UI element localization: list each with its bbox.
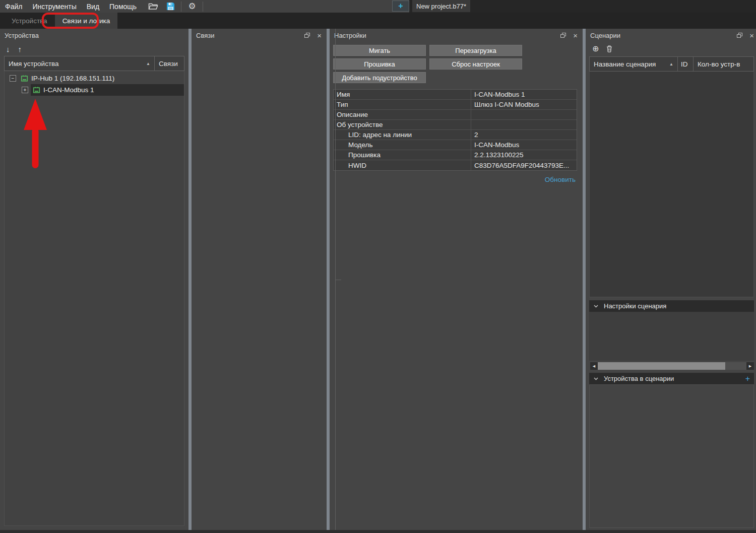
collapse-box-icon[interactable]: − (10, 75, 16, 82)
column-scenario-id-label: ID (681, 60, 688, 68)
scrollbar-track[interactable] (725, 362, 746, 370)
main-area: Устройства ↓ ↑ Имя устройства ▲ Связи − (0, 29, 756, 530)
column-device-count-label: Кол-во устр-в (698, 60, 740, 68)
mode-tab-strip: Устройства Связи и логика (0, 13, 756, 29)
undock-icon[interactable] (737, 33, 742, 38)
devices-panel-title: Устройства (0, 29, 188, 42)
column-scenario-id[interactable]: ID (678, 57, 694, 71)
property-value[interactable]: 2 (471, 130, 577, 140)
property-label: Описание (334, 110, 471, 119)
property-value[interactable] (471, 110, 577, 119)
tree-connector (335, 29, 336, 280)
settings-button[interactable]: ⚙ (184, 0, 200, 13)
links-panel-title: Связи × (192, 29, 327, 42)
links-panel-title-label: Связи (196, 32, 214, 39)
tab-links-logic[interactable]: Связи и логика (55, 13, 118, 29)
scenario-devices-section-label: Устройства в сценарии (604, 375, 674, 382)
menu-file[interactable]: Файл (0, 0, 27, 13)
blink-button[interactable]: Мигать (333, 45, 426, 56)
property-value (471, 120, 577, 129)
column-scenario-name[interactable]: Название сценария ▲ (590, 57, 678, 71)
plus-icon: + (398, 2, 403, 11)
column-links[interactable]: Связи (155, 56, 184, 71)
scrollbar-thumb[interactable] (598, 362, 725, 370)
property-row-model: Модель I-CAN-Modbus (334, 140, 577, 150)
document-tab[interactable]: New project.b77* (412, 0, 470, 12)
device-actions: Мигать Перезагрузка Прошивка Сброс настр… (333, 45, 577, 83)
move-up-button[interactable]: ↑ (18, 45, 22, 53)
move-down-button[interactable]: ↓ (6, 45, 10, 53)
reset-settings-button[interactable]: Сброс настроек (429, 58, 522, 70)
gear-icon: ⚙ (188, 2, 196, 11)
property-value[interactable]: I-CAN-Modbus 1 (471, 90, 577, 99)
column-links-label: Связи (159, 60, 178, 68)
delete-scenario-icon[interactable] (606, 45, 612, 52)
menu-help[interactable]: Помощь (104, 0, 142, 13)
settings-panel: Настройки × Мигать Перезагрузка Прошивка… (330, 29, 583, 530)
column-scenario-name-label: Название сценария (594, 60, 656, 68)
settings-panel-title: Настройки × (330, 29, 583, 42)
expand-box-icon[interactable]: + (22, 87, 28, 93)
scenario-devices-body (589, 384, 754, 528)
tab-devices-label: Устройства (12, 17, 47, 25)
add-device-to-scenario-icon[interactable]: + (745, 375, 750, 383)
menu-view[interactable]: Вид (82, 0, 104, 13)
undock-icon[interactable] (560, 33, 566, 38)
property-label: LID: адрес на линии (334, 130, 471, 140)
tree-row-ip-hub[interactable]: − IP-Hub 1 (192.168.151.111) (5, 73, 184, 84)
close-icon[interactable]: × (749, 32, 754, 39)
property-label: Имя (334, 90, 471, 99)
tab-devices[interactable]: Устройства (4, 13, 55, 29)
tree-row-label: I-CAN-Modbus 1 (43, 86, 94, 94)
toolbar-separator (181, 2, 181, 12)
tree-row-ican-modbus[interactable]: + I-CAN-Modbus 1 (5, 84, 184, 96)
undock-icon[interactable] (304, 33, 310, 38)
property-value[interactable]: C83D76A5DFA9F20443793E... (471, 160, 577, 170)
device-icon (33, 87, 40, 94)
selected-row-highlight[interactable]: I-CAN-Modbus 1 (31, 84, 184, 96)
tree-connector (335, 280, 341, 280)
property-value[interactable]: Шлюз I-CAN Modbus (471, 100, 577, 109)
property-row-name: Имя I-CAN-Modbus 1 (334, 90, 577, 100)
column-device-name[interactable]: Имя устройства ▲ (5, 56, 155, 71)
scroll-right-icon[interactable]: ▶ (746, 362, 754, 370)
column-device-name-label: Имя устройства (9, 60, 59, 68)
add-scenario-icon[interactable]: ⊕ (592, 45, 599, 53)
scenarios-panel-title-label: Сценарии (590, 32, 620, 39)
devices-table-header: Имя устройства ▲ Связи (4, 56, 184, 71)
new-tab-button[interactable]: + (392, 1, 409, 12)
links-panel-body (192, 42, 327, 530)
scroll-left-icon[interactable]: ◀ (590, 362, 598, 370)
sort-ascending-icon: ▲ (669, 62, 673, 66)
add-subdevice-button[interactable]: Добавить подустройство (333, 72, 426, 83)
close-icon[interactable]: × (317, 32, 322, 39)
settings-content: Мигать Перезагрузка Прошивка Сброс настр… (330, 42, 583, 183)
devices-panel-title-label: Устройства (5, 32, 39, 39)
save-project-button[interactable] (163, 0, 178, 13)
open-project-button[interactable] (146, 0, 161, 13)
scenario-devices-section-header[interactable]: Устройства в сценарии + (589, 373, 754, 384)
chevron-down-icon (594, 305, 598, 308)
column-device-count[interactable]: Кол-во устр-в (694, 57, 753, 71)
devices-panel: Устройства ↓ ↑ Имя устройства ▲ Связи − (0, 29, 188, 530)
properties-table: Имя I-CAN-Modbus 1 Тип Шлюз I-CAN Modbus… (333, 89, 577, 171)
refresh-link[interactable]: Обновить (333, 176, 577, 183)
property-value[interactable]: I-CAN-Modbus (471, 140, 577, 150)
property-row-hwid: HWID C83D76A5DFA9F20443793E... (334, 160, 577, 170)
close-icon[interactable]: × (573, 32, 578, 39)
property-label: Тип (334, 100, 471, 109)
property-row-firmware: Прошивка 2.2.1323100225 (334, 150, 577, 160)
menu-tools[interactable]: Инструменты (27, 0, 81, 13)
firmware-button[interactable]: Прошивка (333, 58, 426, 70)
scenarios-toolbar: ⊕ (586, 42, 756, 55)
settings-panel-title-label: Настройки (334, 32, 366, 39)
scenarios-table-header: Название сценария ▲ ID Кол-во устр-в (589, 56, 754, 72)
scenario-settings-section-header[interactable]: Настройки сценария (589, 300, 754, 312)
folder-icon (148, 3, 158, 10)
property-value[interactable]: 2.2.1323100225 (471, 150, 577, 160)
reboot-button[interactable]: Перезагрузка (429, 45, 522, 56)
property-label: Модель (334, 140, 471, 150)
save-icon (166, 2, 175, 11)
property-label: HWID (334, 160, 471, 170)
devices-table: Имя устройства ▲ Связи − (4, 56, 184, 526)
